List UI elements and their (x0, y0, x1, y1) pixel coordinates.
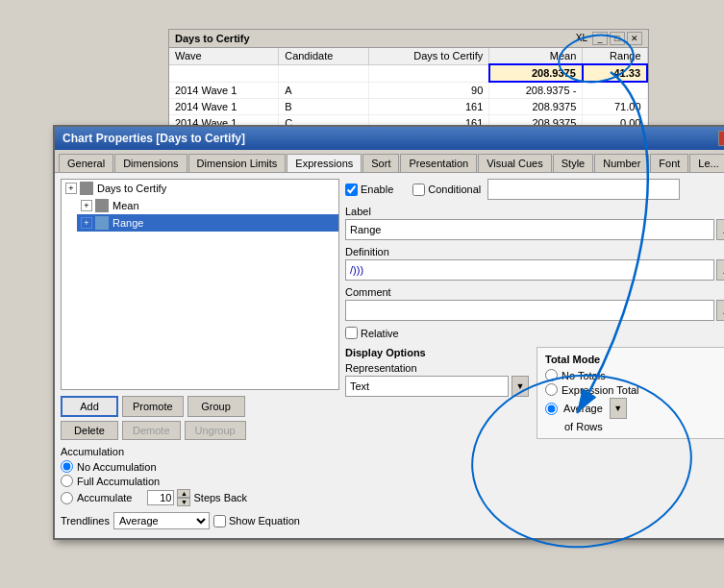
summary-range: 41.33 (583, 64, 647, 82)
expand-mean[interactable]: + (81, 200, 92, 211)
no-accumulation-radio[interactable] (61, 460, 73, 473)
comment-input[interactable] (345, 300, 714, 321)
tab-visual-cues[interactable]: Visual Cues (478, 154, 552, 172)
tab-style[interactable]: Style (553, 154, 593, 172)
representation-dropdown-btn[interactable]: ▼ (512, 376, 529, 397)
tab-dimension-limits[interactable]: Dimension Limits (188, 154, 287, 172)
relative-label: Relative (361, 328, 399, 339)
full-accumulation-row: Full Accumulation (61, 475, 339, 487)
label-ellipsis-btn[interactable]: ... (716, 219, 724, 240)
definition-field-group: Definition ... (345, 246, 724, 281)
total-mode-radio-group: No Totals Expression Total Average ▼ (545, 369, 724, 432)
average-radio[interactable] (545, 403, 558, 415)
no-accumulation-label: No Accumulation (77, 461, 157, 473)
relative-checkbox[interactable] (345, 327, 358, 339)
label-input[interactable] (345, 219, 714, 240)
accumulation-label: Accumulation (61, 446, 339, 457)
group-button[interactable]: Group (187, 396, 245, 417)
chart-properties-dialog: Chart Properties [Days to Certify] ✕ Gen… (53, 125, 724, 540)
summary-days (368, 64, 489, 82)
add-promote-group-row: Add Promote Group (61, 396, 339, 417)
tree-label-mean: Mean (112, 200, 139, 211)
tab-sort[interactable]: Sort (362, 154, 399, 172)
conditional-input[interactable] (487, 179, 680, 200)
restore-btn[interactable]: □ (610, 32, 625, 45)
of-rows-label: of Rows (564, 421, 603, 432)
demote-button[interactable]: Demote (122, 421, 181, 440)
steps-down-btn[interactable]: ▼ (177, 498, 190, 506)
tab-expressions[interactable]: Expressions (287, 154, 362, 173)
row-candidate: B (279, 99, 368, 115)
show-equation-row: Show Equation (213, 515, 300, 527)
tab-font[interactable]: Font (650, 154, 688, 172)
relative-row: Relative (345, 327, 724, 339)
xl-icon: XL (573, 32, 590, 45)
tree-item-days-to-certify[interactable]: + Days to Certify (62, 180, 338, 197)
tree-icon-mean (95, 199, 109, 212)
ungroup-button[interactable]: Ungroup (185, 421, 246, 440)
conditional-checkbox[interactable] (412, 184, 425, 196)
average-dropdown-btn[interactable]: ▼ (610, 398, 627, 419)
accumulate-radio[interactable] (61, 492, 73, 504)
expression-total-radio[interactable] (545, 383, 558, 396)
dialog-body: + Days to Certify + Mean + Range (55, 173, 724, 538)
close-report-btn[interactable]: ✕ (627, 32, 642, 45)
minimize-btn[interactable]: _ (592, 32, 608, 45)
col-mean: Mean (489, 48, 583, 64)
summary-wave (169, 64, 279, 82)
steps-label: Steps Back (193, 492, 247, 503)
comment-field-label: Comment (345, 286, 724, 298)
report-title-icons: XL _ □ ✕ (573, 32, 642, 45)
representation-input[interactable] (345, 376, 509, 397)
row-wave: 2014 Wave 1 (169, 82, 279, 99)
expand-range[interactable]: + (81, 217, 92, 229)
tree-label-days: Days to Certify (97, 183, 166, 194)
accumulate-row: Accumulate ▲ ▼ Steps Back (61, 489, 339, 506)
add-button[interactable]: Add (61, 396, 118, 417)
expand-days[interactable]: + (65, 183, 77, 194)
dialog-close-btn[interactable]: ✕ (718, 131, 724, 146)
accumulation-radio-group: No Accumulation Full Accumulation Accumu… (61, 460, 339, 506)
full-accumulation-radio[interactable] (61, 475, 73, 487)
label-field-label: Label (345, 206, 724, 217)
total-mode-box: Total Mode No Totals Expression Total (537, 347, 724, 439)
enable-checkbox[interactable] (345, 184, 358, 196)
col-range: Range (583, 48, 647, 64)
table-row: 2014 Wave 1 B 161 208.9375 71.00 (169, 99, 647, 115)
comment-input-row: ... (345, 300, 724, 321)
tab-presentation[interactable]: Presentation (400, 154, 477, 172)
row-days: 161 (368, 99, 489, 115)
definition-input[interactable] (345, 259, 714, 281)
enable-row: Enable Conditional (345, 179, 724, 200)
tab-general[interactable]: General (59, 154, 113, 172)
col-candidate: Candidate (279, 48, 368, 64)
tab-le[interactable]: Le... (689, 154, 724, 172)
steps-input[interactable] (147, 490, 174, 505)
tree-item-range[interactable]: + Range (77, 214, 338, 232)
steps-up-btn[interactable]: ▲ (177, 489, 190, 498)
promote-button[interactable]: Promote (122, 396, 184, 417)
representation-dropdown-row: ▼ (345, 376, 529, 397)
trendlines-select[interactable]: Average (113, 512, 210, 529)
tree-item-mean[interactable]: + Mean (77, 197, 338, 214)
definition-ellipsis-btn[interactable]: ... (716, 259, 724, 281)
representation-label: Representation (345, 362, 529, 374)
background-report: Days to Certify XL _ □ ✕ Wave Candidate … (168, 29, 649, 133)
no-totals-radio[interactable] (545, 369, 558, 381)
delete-button[interactable]: Delete (61, 421, 118, 440)
tree-icon-days (80, 182, 93, 195)
col-days: Days to Certify (368, 48, 489, 64)
steps-spinners: ▲ ▼ (177, 489, 190, 506)
average-dropdown-row: Average ▼ (563, 398, 627, 419)
average-row: Average ▼ (545, 398, 724, 419)
label-field-group: Label ... (345, 206, 724, 240)
accumulate-label: Accumulate (77, 492, 132, 503)
comment-ellipsis-btn[interactable]: ... (716, 300, 724, 321)
tab-number[interactable]: Number (594, 154, 649, 172)
tree-icon-range (95, 216, 109, 230)
dialog-titlebar: Chart Properties [Days to Certify] ✕ (55, 127, 724, 150)
expressions-tree[interactable]: + Days to Certify + Mean + Range (61, 179, 339, 390)
tab-dimensions[interactable]: Dimensions (114, 154, 187, 172)
show-equation-checkbox[interactable] (213, 515, 226, 527)
no-totals-row: No Totals (545, 369, 724, 381)
